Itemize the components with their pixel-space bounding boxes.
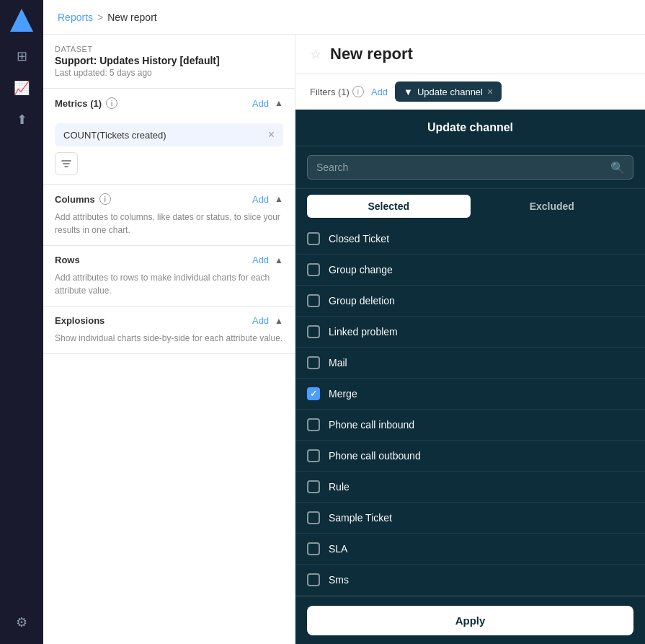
list-item-label: Sms xyxy=(329,574,349,586)
dropdown-search: 🔍 xyxy=(295,146,645,189)
metrics-info-icon[interactable]: i xyxy=(106,97,117,109)
rows-title: Rows xyxy=(55,255,80,265)
list-item-label: Closed Ticket xyxy=(329,233,389,244)
checkbox-box[interactable] xyxy=(307,263,320,276)
dataset-name: Support: Updates History [default] xyxy=(55,55,283,66)
report-title: New report xyxy=(330,45,413,63)
breadcrumb-separator: > xyxy=(97,12,103,23)
metrics-section: Metrics (1) i Add ▲ COUNT(Tickets create… xyxy=(43,89,295,185)
list-item[interactable]: Linked problem xyxy=(295,317,645,348)
list-item[interactable]: ✓Merge xyxy=(295,379,645,410)
apply-footer: Apply xyxy=(295,596,645,644)
explosions-section: Explosions Add ▲ Show individual charts … xyxy=(43,306,295,354)
dataset-section: Dataset Support: Updates History [defaul… xyxy=(43,35,295,89)
sidebar-item-dashboard[interactable]: ⊞ xyxy=(9,43,35,69)
explosions-header: Explosions Add ▲ xyxy=(55,315,283,326)
explosions-title: Explosions xyxy=(55,315,104,326)
columns-title: Columns i xyxy=(55,193,111,205)
filter-chip-label: Update channel xyxy=(417,87,483,97)
list-item-label: Phone call outbound xyxy=(329,450,421,462)
list-item-label: SLA xyxy=(329,543,347,555)
columns-add-link[interactable]: Add xyxy=(252,194,269,205)
list-item[interactable]: Phone call outbound xyxy=(295,441,645,472)
main-content: Reports > New report Dataset Support: Up… xyxy=(43,0,645,644)
list-item[interactable]: Sample Ticket xyxy=(295,503,645,534)
filters-info-icon[interactable]: i xyxy=(352,86,364,97)
list-item[interactable]: Group deletion xyxy=(295,286,645,317)
topnav: Reports > New report xyxy=(43,0,645,35)
explosions-description: Show individual charts side-by-side for … xyxy=(55,332,283,345)
list-item-label: Phone call inbound xyxy=(329,419,414,431)
tab-selected[interactable]: Selected xyxy=(307,195,471,218)
rows-chevron-icon[interactable]: ▲ xyxy=(275,255,283,265)
columns-title-text: Columns xyxy=(55,194,95,205)
metrics-add-right xyxy=(55,115,283,120)
list-item-label: Mail xyxy=(329,357,347,369)
star-icon[interactable]: ☆ xyxy=(310,46,321,62)
columns-info-icon[interactable]: i xyxy=(99,193,111,205)
list-item[interactable]: SLA xyxy=(295,534,645,565)
list-item-label: Merge xyxy=(329,388,357,400)
sidebar-item-settings[interactable]: ⚙ xyxy=(9,609,35,635)
checkbox-box[interactable] xyxy=(307,232,320,245)
checkbox-box[interactable] xyxy=(307,325,320,338)
checkbox-box[interactable] xyxy=(307,418,320,431)
checkbox-box[interactable] xyxy=(307,356,320,369)
add-filter-button[interactable]: Add xyxy=(371,87,388,97)
list-item[interactable]: Rule xyxy=(295,472,645,503)
dropdown-panel: Update channel 🔍 Selected Excluded Close… xyxy=(295,110,645,644)
right-panel: ☆ New report Filters (1) i Add ▼ Update … xyxy=(295,35,645,644)
explosions-chevron-icon[interactable]: ▲ xyxy=(275,316,283,326)
checkbox-box[interactable] xyxy=(307,480,320,493)
list-item[interactable]: Phone call inbound xyxy=(295,410,645,441)
checkbox-box[interactable] xyxy=(307,573,320,586)
checkbox-box[interactable] xyxy=(307,449,320,462)
columns-section: Columns i Add ▲ Add attributes to column… xyxy=(43,185,295,246)
checkbox-box[interactable] xyxy=(307,542,320,555)
metrics-chevron-icon[interactable]: ▲ xyxy=(275,98,283,108)
checkbox-box[interactable] xyxy=(307,511,320,524)
breadcrumb-current: New report xyxy=(107,12,156,23)
checkbox-box[interactable]: ✓ xyxy=(307,387,320,400)
dataset-updated: Last updated: 5 days ago xyxy=(55,68,283,78)
columns-description: Add attributes to columns, like dates or… xyxy=(55,211,283,237)
columns-chevron-icon[interactable]: ▲ xyxy=(275,194,283,204)
report-header: ☆ New report xyxy=(295,35,645,74)
search-input[interactable] xyxy=(307,155,633,180)
sort-icon-button[interactable] xyxy=(55,152,78,175)
content-area: Dataset Support: Updates History [defaul… xyxy=(43,35,645,644)
list-item[interactable]: Closed Ticket xyxy=(295,224,645,255)
list-item-label: Group deletion xyxy=(329,295,395,306)
active-filter-chip[interactable]: ▼ Update channel × xyxy=(395,81,502,102)
list-item[interactable]: Group change xyxy=(295,255,645,286)
tab-excluded[interactable]: Excluded xyxy=(471,195,634,218)
explosions-title-text: Explosions xyxy=(55,315,104,326)
filters-label: Filters (1) i xyxy=(310,86,364,97)
sidebar-item-upload[interactable]: ⬆ xyxy=(9,107,35,133)
apply-button[interactable]: Apply xyxy=(307,606,633,635)
filter-chip-remove-icon[interactable]: × xyxy=(487,86,493,97)
checkbox-box[interactable] xyxy=(307,294,320,307)
checkmark-icon: ✓ xyxy=(310,389,317,399)
app-logo[interactable] xyxy=(10,9,33,32)
rows-title-text: Rows xyxy=(55,255,80,265)
rows-add-link[interactable]: Add xyxy=(252,255,269,265)
metrics-title: Metrics (1) i xyxy=(55,97,117,109)
metrics-add-link[interactable]: Add xyxy=(252,98,269,109)
filters-label-text: Filters (1) xyxy=(310,87,350,97)
breadcrumb-reports-link[interactable]: Reports xyxy=(58,12,93,23)
metrics-title-text: Metrics (1) xyxy=(55,98,102,109)
metric-chip: COUNT(Tickets created) × xyxy=(55,123,283,146)
sidebar-item-analytics[interactable]: 📈 xyxy=(9,75,35,101)
columns-header: Columns i Add ▲ xyxy=(55,193,283,205)
list-item[interactable]: Mail xyxy=(295,348,645,379)
left-panel: Dataset Support: Updates History [defaul… xyxy=(43,35,295,644)
metric-chip-remove[interactable]: × xyxy=(268,129,275,141)
dropdown-title: Update channel xyxy=(295,110,645,146)
list-item-label: Group change xyxy=(329,264,393,275)
list-item-label: Rule xyxy=(329,481,350,493)
explosions-add-link[interactable]: Add xyxy=(252,315,269,326)
metric-chip-label: COUNT(Tickets created) xyxy=(63,130,166,141)
list-item[interactable]: Sms xyxy=(295,565,645,596)
tab-row: Selected Excluded xyxy=(295,189,645,224)
